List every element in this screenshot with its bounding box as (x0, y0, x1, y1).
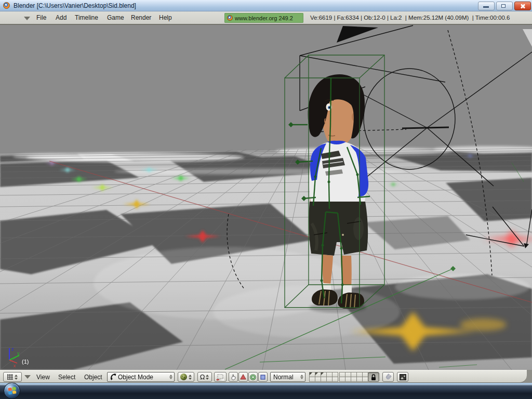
axis-y-label: y (17, 351, 20, 356)
draw-type-spinner[interactable] (188, 372, 192, 382)
window-titlebar[interactable]: Blender [C:\Users\Vanier\Desktop\Sid.ble… (0, 0, 532, 11)
render-image-icon (400, 374, 406, 380)
minimize-icon (483, 6, 489, 8)
editor-type-button[interactable] (3, 372, 22, 382)
pivot-point-button[interactable]: Ω (197, 372, 212, 382)
menu-file[interactable]: File (36, 14, 46, 21)
menu-view[interactable]: View (36, 374, 50, 381)
render-preview-button[interactable] (397, 372, 408, 382)
minimize-button[interactable] (478, 2, 495, 10)
menu-add[interactable]: Add (56, 14, 66, 21)
viewport-header: View Select Object Object Mode Ω (0, 370, 527, 383)
axis-x-label: x (14, 363, 16, 368)
start-button[interactable] (4, 382, 20, 399)
header-collapse-icon[interactable] (24, 375, 31, 379)
lock-icon (370, 374, 377, 381)
menu-select[interactable]: Select (58, 374, 75, 381)
orientation-dropdown[interactable]: Normal (270, 372, 305, 382)
hand-icon (230, 373, 237, 381)
close-icon (520, 3, 526, 9)
manipulator-toggle-button[interactable] (214, 372, 227, 382)
shaded-sphere-icon (180, 373, 188, 381)
rotate-manipulator-button[interactable] (248, 372, 258, 382)
layer-buttons-group-2[interactable] (340, 373, 368, 382)
grid-editor-icon (7, 374, 14, 380)
mode-label: Object Mode (118, 374, 153, 381)
scale-square-icon (260, 374, 266, 380)
mode-dropdown[interactable]: Object Mode (107, 372, 175, 382)
blender-menubar: File Add Timeline Game Render Help www.b… (0, 11, 532, 25)
3d-viewport[interactable]: z y x (1) (0, 25, 532, 370)
blender-app-icon (3, 2, 10, 9)
orientation-dropdown-arrows (300, 375, 303, 379)
menu-timeline[interactable]: Timeline (75, 14, 98, 21)
menu-object[interactable]: Object (84, 374, 102, 381)
collapse-menu-icon[interactable] (24, 17, 30, 20)
scale-manipulator-button[interactable] (258, 372, 268, 382)
windows-flag-icon (8, 387, 17, 395)
editor-type-spinner[interactable] (14, 372, 18, 382)
mode-dropdown-arrows (169, 375, 172, 379)
menu-game[interactable]: Game (107, 14, 124, 21)
badge-label: www.blender.org 249.2 (235, 15, 293, 21)
translate-manipulator-button[interactable] (238, 372, 248, 382)
menu-render[interactable]: Render (131, 14, 151, 21)
desktop-screen: Blender [C:\Users\Vanier\Desktop\Sid.ble… (0, 0, 532, 399)
pivot-omega-icon: Ω (200, 373, 205, 381)
3d-scene[interactable]: z y x (1) (0, 25, 532, 370)
orientation-label: Normal (273, 374, 294, 381)
pivot-spinner[interactable] (205, 372, 209, 382)
manipulator-icon (216, 374, 224, 381)
scene-statistics: Ve:6619 | Fa:6334 | Ob:12-0 | La:2 | Mem… (310, 15, 510, 21)
lock-to-scene-button[interactable] (368, 372, 379, 382)
manipulator-hand-button[interactable] (229, 372, 238, 382)
layer-buttons-group-1[interactable] (310, 373, 338, 382)
translate-triangle-icon (240, 374, 247, 380)
restore-icon (501, 4, 506, 8)
rotate-circle-icon (249, 374, 257, 381)
object-mode-icon (109, 373, 117, 381)
restore-button[interactable] (496, 2, 513, 10)
windows-taskbar: 18:45 (0, 384, 532, 399)
snap-button[interactable] (382, 372, 394, 382)
layer-15[interactable] (332, 377, 338, 382)
magnet-icon (384, 374, 392, 381)
close-button[interactable] (514, 2, 531, 10)
draw-type-button[interactable] (178, 372, 194, 382)
blender-org-badge[interactable]: www.blender.org 249.2 (224, 13, 303, 23)
blender-logo-icon (227, 15, 233, 21)
window-title: Blender [C:\Users\Vanier\Desktop\Sid.ble… (14, 2, 136, 9)
active-object-label: (1) (22, 358, 29, 365)
axis-z-label: z (11, 347, 14, 352)
menu-help[interactable]: Help (159, 14, 172, 21)
